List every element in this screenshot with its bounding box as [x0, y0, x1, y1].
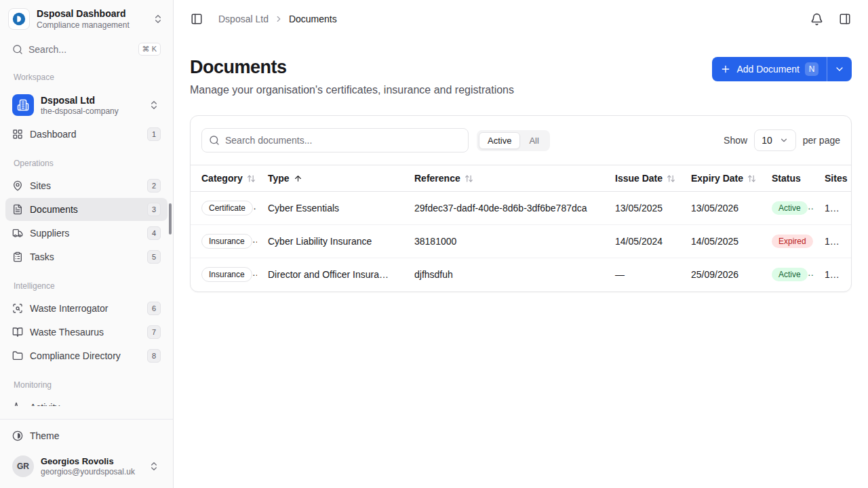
column-header-type[interactable]: Type [257, 165, 403, 192]
sidebar-item-activity-clipped[interactable]: Activity [0, 395, 173, 406]
cell-issue-date: — [604, 258, 680, 291]
sidebar-item-suppliers[interactable]: Suppliers 4 [5, 222, 167, 245]
chevron-down-icon [834, 64, 845, 75]
user-name: Georgios Rovolis [41, 456, 140, 466]
add-document-button[interactable]: Add Document N [712, 57, 827, 81]
documents-toolbar: Active All Show 10 per page [191, 116, 851, 165]
sort-icon [247, 174, 256, 183]
chevrons-up-down-icon[interactable] [151, 12, 165, 26]
column-header-status: Status [761, 165, 814, 192]
sidebar-item-tasks[interactable]: Tasks 5 [5, 245, 167, 268]
documents-search-input[interactable] [201, 128, 469, 152]
column-header-category[interactable]: Category [191, 165, 257, 192]
app-title: Dsposal Dashboard [37, 8, 144, 19]
sidebar-item-label: Waste Interrogator [30, 303, 108, 314]
user-email: georgios@yourdsposal.uk [41, 467, 140, 476]
column-header-expiry-date[interactable]: Expiry Date [680, 165, 761, 192]
layout-grid-icon [12, 129, 23, 140]
sidebar-item-badge: 1 [147, 127, 161, 141]
user-menu[interactable]: GR Georgios Rovolis georgios@yourdsposal… [5, 450, 167, 483]
column-header-reference[interactable]: Reference [403, 165, 604, 192]
sort-icon [465, 174, 473, 183]
documents-search [201, 128, 469, 152]
cell-issue-date: 14/05/2024 [604, 225, 680, 258]
table-row[interactable]: Certificate Cyber Essentials 29fdec37-da… [191, 192, 851, 225]
sidebar-nav: Workspace Dsposal Ltd the-dsposal-compan… [0, 60, 173, 419]
app-logo [8, 8, 30, 30]
sidebar-item-badge: 6 [147, 302, 161, 315]
sidebar: Dsposal Dashboard Compliance management … [0, 0, 174, 488]
documents-card: Active All Show 10 per page [190, 115, 852, 292]
sidebar-footer: Theme GR Georgios Rovolis georgios@yourd… [0, 419, 173, 488]
status-filter-toggle: Active All [477, 130, 550, 151]
clipboard-list-icon [12, 251, 23, 262]
sidebar-item-sites[interactable]: Sites 2 [5, 174, 167, 197]
table-header-row: Category Type Reference Issue Date Expir… [191, 165, 851, 192]
sidebar-scrollbar[interactable] [169, 203, 172, 235]
sidebar-item-waste-interrogator[interactable]: Waste Interrogator 6 [5, 297, 167, 320]
panel-right-icon [839, 13, 851, 25]
add-document-label: Add Document [736, 64, 800, 75]
sidebar-toggle-button[interactable] [187, 9, 206, 28]
main-area: Dsposal Ltd Documents Documents [174, 0, 868, 488]
app-root: Dsposal Dashboard Compliance management … [0, 0, 868, 488]
truck-icon [12, 228, 23, 239]
add-document-shortcut-badge: N [805, 62, 818, 76]
right-panel-toggle-button[interactable] [835, 9, 854, 28]
workspace-avatar [12, 94, 34, 116]
page-size-value: 10 [762, 135, 772, 146]
filter-active-button[interactable]: Active [479, 132, 520, 149]
theme-toggle[interactable]: Theme [5, 424, 167, 447]
notifications-button[interactable] [807, 9, 826, 28]
chevrons-up-down-icon [147, 460, 161, 473]
add-document-split-button: Add Document N [712, 57, 852, 81]
theme-label: Theme [30, 430, 60, 441]
breadcrumb-parent[interactable]: Dsposal Ltd [218, 14, 269, 24]
column-header-issue-date[interactable]: Issue Date [604, 165, 680, 192]
filter-all-button[interactable]: All [520, 132, 547, 149]
folder-icon [12, 350, 23, 361]
sidebar-item-badge: 5 [147, 250, 161, 264]
app-header[interactable]: Dsposal Dashboard Compliance management [0, 0, 173, 34]
activity-icon [12, 402, 23, 406]
sidebar-item-badge: 3 [147, 203, 161, 216]
page-size-select[interactable]: 10 [754, 129, 796, 151]
scan-search-icon [12, 303, 23, 314]
sidebar-item-compliance-directory[interactable]: Compliance Directory 8 [5, 344, 167, 367]
sidebar-item-waste-thesaurus[interactable]: Waste Thesaurus 7 [5, 321, 167, 344]
sidebar-item-badge: 8 [147, 349, 161, 363]
cell-issue-date: 13/05/2025 [604, 192, 680, 225]
sidebar-item-documents[interactable]: Documents 3 [5, 198, 167, 221]
section-label-operations: Operations [0, 146, 173, 174]
workspace-name: Dsposal Ltd [41, 95, 140, 106]
sidebar-item-dashboard[interactable]: Dashboard 1 [5, 123, 167, 146]
book-open-icon [12, 327, 23, 338]
workspace-switcher[interactable]: Dsposal Ltd the-dsposal-company [5, 89, 167, 121]
search-icon [209, 135, 220, 146]
column-header-sites: Sites [814, 165, 851, 192]
sort-icon [667, 174, 675, 183]
add-document-menu-button[interactable] [827, 57, 852, 81]
table-row[interactable]: Insurance Cyber Liability Insurance 3818… [191, 225, 851, 258]
section-label-monitoring: Monitoring [0, 368, 173, 395]
cell-type: Director and Officer Insurance [257, 258, 403, 291]
sidebar-item-label: Compliance Directory [30, 350, 121, 361]
cell-reference: 38181000 [403, 225, 604, 258]
search-icon [12, 44, 23, 55]
bell-icon [810, 13, 823, 26]
cell-expiry-date: 25/09/2026 [680, 258, 761, 291]
category-badge: Insurance [201, 234, 252, 249]
section-label-intelligence: Intelligence [0, 269, 173, 296]
per-page-label: per page [803, 135, 840, 146]
breadcrumb: Dsposal Ltd Documents [218, 14, 337, 24]
category-badge: Insurance [201, 267, 252, 282]
sidebar-item-label: Documents [30, 204, 78, 215]
page-content: Documents Manage your organisation's cer… [174, 38, 868, 292]
sidebar-search[interactable]: Search... ⌘ K [8, 38, 165, 60]
cell-sites: 1 site [814, 192, 851, 225]
search-label: Search... [28, 44, 133, 55]
sidebar-item-label: Waste Thesaurus [30, 327, 104, 338]
sidebar-item-label: Tasks [30, 251, 54, 262]
sidebar-item-label: Sites [30, 180, 51, 191]
table-row[interactable]: Insurance Director and Officer Insurance… [191, 258, 851, 291]
